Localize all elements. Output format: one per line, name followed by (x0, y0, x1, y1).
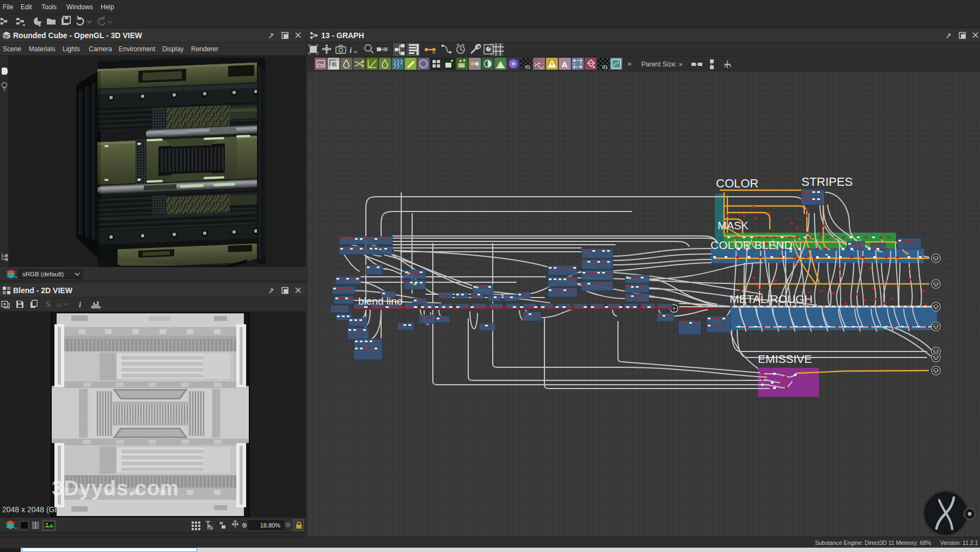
svg-text:A: A (561, 60, 567, 69)
svg-text:MASK: MASK (718, 220, 749, 232)
svg-text:EMISSIVE: EMISSIVE (758, 353, 812, 365)
svg-text:UV: UV (56, 302, 63, 308)
svg-text:i: i (350, 46, 352, 54)
svg-text:01: 01 (602, 64, 608, 70)
svg-text:STRIPES: STRIPES (801, 175, 853, 189)
svg-text:METAL/ROUGH: METAL/ROUGH (730, 293, 812, 305)
svg-text:i: i (79, 301, 81, 309)
svg-text:»: » (627, 59, 631, 68)
svg-text:COLOR BLEND: COLOR BLEND (710, 239, 793, 251)
svg-text:01: 01 (525, 64, 531, 70)
svg-text:COLOR: COLOR (716, 177, 758, 190)
svg-text:blend line: blend line (358, 295, 402, 307)
